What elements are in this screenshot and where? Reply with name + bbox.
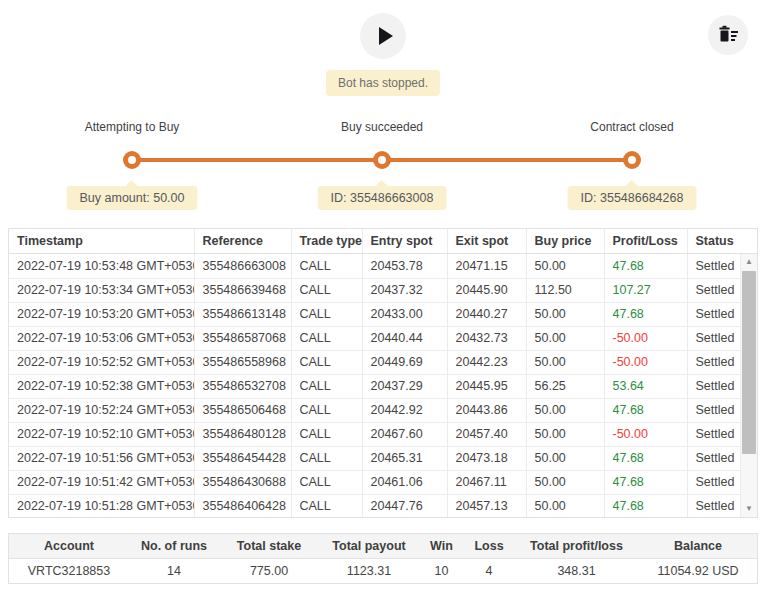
cell-buy-price: 50.00 <box>526 470 604 494</box>
step-dot-attempting-to-buy <box>123 151 141 169</box>
cell-status: Settled <box>687 446 740 470</box>
transactions-scroll-area[interactable]: 2022-07-19 10:53:48 GMT+0530 35548666300… <box>9 254 740 517</box>
cell-profit-loss: 47.68 <box>604 446 687 470</box>
cell-buy-price: 50.00 <box>526 350 604 374</box>
summary-win: 10 <box>419 558 464 583</box>
summary-loss: 4 <box>464 558 514 583</box>
summary-runs: 14 <box>129 558 219 583</box>
col-header-reference: Reference <box>194 229 291 253</box>
cell-reference: 355486454428 <box>194 446 291 470</box>
cell-reference: 355486532708 <box>194 374 291 398</box>
cell-trade-type: CALL <box>291 302 362 326</box>
run-bot-button[interactable] <box>360 13 406 59</box>
cell-status: Settled <box>687 326 740 350</box>
cell-exit-spot: 20457.13 <box>447 494 526 517</box>
cell-trade-type: CALL <box>291 326 362 350</box>
cell-entry-spot: 20453.78 <box>362 254 447 278</box>
cell-trade-type: CALL <box>291 470 362 494</box>
transactions-body: 2022-07-19 10:53:48 GMT+0530 35548666300… <box>9 254 740 517</box>
cell-profit-loss: 107.27 <box>604 278 687 302</box>
tooltip-buy-id: ID: 355486663008 <box>318 186 447 210</box>
transactions-table: Timestamp Reference Trade type Entry spo… <box>8 228 758 518</box>
cell-entry-spot: 20433.00 <box>362 302 447 326</box>
cell-entry-spot: 20461.06 <box>362 470 447 494</box>
cell-exit-spot: 20445.95 <box>447 374 526 398</box>
transaction-row: 2022-07-19 10:51:56 GMT+0530 35548645442… <box>9 446 740 470</box>
col-header-status: Status <box>687 229 757 253</box>
col-header-profit-loss: Profit/Loss <box>604 229 687 253</box>
cell-buy-price: 50.00 <box>526 398 604 422</box>
cell-entry-spot: 20465.31 <box>362 446 447 470</box>
cell-exit-spot: 20473.18 <box>447 446 526 470</box>
step-label-attempting-to-buy: Attempting to Buy <box>85 120 180 134</box>
summary-header-total-profit-loss: Total profit/loss <box>514 534 639 558</box>
col-header-buy-price: Buy price <box>526 229 604 253</box>
cell-timestamp: 2022-07-19 10:53:34 GMT+0530 <box>9 278 194 302</box>
summary-total-payout: 1123.31 <box>319 558 419 583</box>
transaction-row: 2022-07-19 10:51:42 GMT+0530 35548643068… <box>9 470 740 494</box>
col-header-trade-type: Trade type <box>291 229 362 253</box>
cell-timestamp: 2022-07-19 10:53:06 GMT+0530 <box>9 326 194 350</box>
cell-trade-type: CALL <box>291 254 362 278</box>
cell-exit-spot: 20445.90 <box>447 278 526 302</box>
cell-exit-spot: 20457.40 <box>447 422 526 446</box>
cell-trade-type: CALL <box>291 278 362 302</box>
summary-header-win: Win <box>419 534 464 558</box>
cell-entry-spot: 20467.60 <box>362 422 447 446</box>
cell-buy-price: 50.00 <box>526 302 604 326</box>
cell-profit-loss: -50.00 <box>604 422 687 446</box>
clear-transactions-button[interactable] <box>708 15 748 55</box>
tooltip-buy-amount: Buy amount: 50.00 <box>67 186 198 210</box>
cell-profit-loss: 47.68 <box>604 494 687 517</box>
summary-header-total-stake: Total stake <box>219 534 319 558</box>
transaction-row: 2022-07-19 10:53:48 GMT+0530 35548666300… <box>9 254 740 278</box>
col-header-timestamp: Timestamp <box>9 229 194 253</box>
cell-reference: 355486430688 <box>194 470 291 494</box>
cell-reference: 355486587068 <box>194 326 291 350</box>
tooltip-contract-id: ID: 355486684268 <box>568 186 697 210</box>
cell-entry-spot: 20437.29 <box>362 374 447 398</box>
cell-exit-spot: 20467.11 <box>447 470 526 494</box>
trash-icon <box>717 25 739 45</box>
cell-trade-type: CALL <box>291 422 362 446</box>
cell-timestamp: 2022-07-19 10:51:42 GMT+0530 <box>9 470 194 494</box>
cell-exit-spot: 20471.15 <box>447 254 526 278</box>
cell-exit-spot: 20432.73 <box>447 326 526 350</box>
summary-account: VRTC3218853 <box>9 558 129 583</box>
step-dot-contract-closed <box>623 151 641 169</box>
cell-profit-loss: 53.64 <box>604 374 687 398</box>
transaction-row: 2022-07-19 10:52:24 GMT+0530 35548650646… <box>9 398 740 422</box>
cell-timestamp: 2022-07-19 10:52:10 GMT+0530 <box>9 422 194 446</box>
cell-entry-spot: 20437.32 <box>362 278 447 302</box>
summary-total-stake: 775.00 <box>219 558 319 583</box>
cell-buy-price: 112.50 <box>526 278 604 302</box>
cell-status: Settled <box>687 470 740 494</box>
summary-header-loss: Loss <box>464 534 514 558</box>
cell-status: Settled <box>687 422 740 446</box>
cell-trade-type: CALL <box>291 494 362 517</box>
cell-reference: 355486558968 <box>194 350 291 374</box>
cell-timestamp: 2022-07-19 10:53:48 GMT+0530 <box>9 254 194 278</box>
cell-timestamp: 2022-07-19 10:51:56 GMT+0530 <box>9 446 194 470</box>
table-scrollbar[interactable]: ▲ ▼ <box>740 254 757 517</box>
cell-entry-spot: 20447.76 <box>362 494 447 517</box>
scroll-down-icon[interactable]: ▼ <box>741 501 757 517</box>
transactions-header: Timestamp Reference Trade type Entry spo… <box>9 229 757 254</box>
cell-trade-type: CALL <box>291 446 362 470</box>
cell-reference: 355486406428 <box>194 494 291 517</box>
cell-timestamp: 2022-07-19 10:52:52 GMT+0530 <box>9 350 194 374</box>
cell-timestamp: 2022-07-19 10:52:24 GMT+0530 <box>9 398 194 422</box>
cell-status: Settled <box>687 374 740 398</box>
cell-status: Settled <box>687 494 740 517</box>
cell-profit-loss: -50.00 <box>604 350 687 374</box>
cell-buy-price: 50.00 <box>526 494 604 517</box>
scrollbar-thumb[interactable] <box>742 271 756 454</box>
transaction-row: 2022-07-19 10:51:28 GMT+0530 35548640642… <box>9 494 740 517</box>
scroll-up-icon[interactable]: ▲ <box>741 254 757 270</box>
cell-profit-loss: 47.68 <box>604 398 687 422</box>
cell-timestamp: 2022-07-19 10:51:28 GMT+0530 <box>9 494 194 517</box>
cell-exit-spot: 20440.27 <box>447 302 526 326</box>
transaction-row: 2022-07-19 10:52:38 GMT+0530 35548653270… <box>9 374 740 398</box>
cell-profit-loss: 47.68 <box>604 302 687 326</box>
transaction-row: 2022-07-19 10:53:20 GMT+0530 35548661314… <box>9 302 740 326</box>
